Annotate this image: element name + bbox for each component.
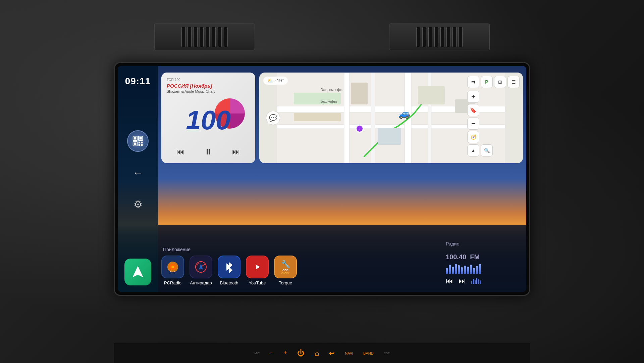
home-button[interactable]: ⌂ bbox=[315, 349, 319, 358]
svg-point-29 bbox=[171, 266, 174, 268]
svg-text:Башнефть: Башнефть bbox=[321, 100, 337, 103]
svg-rect-7 bbox=[141, 142, 143, 143]
map-card[interactable]: Московский пер Газпромнефть Башнефть ⛅ -… bbox=[259, 73, 523, 163]
torque-icon-wrap: 🔧 OBD CHECK bbox=[274, 256, 297, 278]
svg-text:PCR: PCR bbox=[170, 270, 176, 273]
audio-bar bbox=[473, 268, 475, 274]
sidebar-middle: ← ⚙ bbox=[127, 130, 149, 215]
audio-bar bbox=[464, 266, 466, 274]
power-button[interactable]: ⏻ bbox=[297, 349, 305, 358]
svg-rect-39 bbox=[478, 279, 479, 284]
vent-area bbox=[0, 0, 644, 54]
radio-prev-button[interactable]: ⏮ bbox=[446, 277, 453, 285]
radio-next-button[interactable]: ⏭ bbox=[459, 277, 466, 285]
svg-marker-10 bbox=[132, 266, 143, 277]
app-torque[interactable]: 🔧 OBD CHECK Torque bbox=[274, 256, 297, 285]
audio-bar bbox=[458, 265, 460, 274]
minus-button[interactable]: − bbox=[270, 350, 274, 357]
music-card[interactable]: ТОП-100 РОССИЯ [Ноябрь] Shazam & Apple M… bbox=[161, 73, 255, 163]
prev-button[interactable]: ⏮ bbox=[176, 147, 184, 156]
left-sidebar: 09:11 bbox=[118, 66, 158, 292]
apps-grid: PCR PCRadio bbox=[161, 256, 312, 285]
navigation-button[interactable] bbox=[124, 259, 151, 285]
torque-obd-text: OBD bbox=[282, 269, 288, 272]
main-content: ТОП-100 РОССИЯ [Ноябрь] Shazam & Apple M… bbox=[158, 66, 526, 292]
band-button[interactable]: BAND bbox=[363, 351, 374, 355]
pcradio-icon: PCR bbox=[161, 256, 184, 278]
svg-rect-36 bbox=[473, 279, 474, 284]
plus-button[interactable]: + bbox=[283, 350, 287, 357]
navi-button[interactable]: NAVI bbox=[345, 351, 353, 355]
audio-bars bbox=[446, 264, 520, 274]
bluetooth-icon bbox=[223, 261, 235, 273]
grid-icon[interactable]: ⊞ bbox=[494, 76, 506, 88]
svg-rect-37 bbox=[475, 280, 476, 284]
audio-bar bbox=[467, 267, 469, 274]
audio-bar bbox=[461, 267, 463, 274]
layers-icon[interactable]: ☰ bbox=[507, 76, 520, 88]
apps-section: Приложение PCR bbox=[161, 247, 312, 285]
back-hw-button[interactable]: ↩ bbox=[329, 349, 335, 357]
zoom-in-button[interactable]: + bbox=[467, 91, 479, 103]
radio-controls: ⏮ ⏭ bbox=[446, 277, 520, 285]
weather-icon: ⛅ bbox=[267, 78, 273, 83]
settings-button[interactable]: ⚙ bbox=[127, 193, 149, 215]
nav-dot bbox=[356, 125, 364, 133]
app-bluetooth[interactable]: Bluetooth bbox=[218, 256, 240, 285]
pcradio-label: PCRadio bbox=[164, 280, 181, 285]
time-display: 09:11 bbox=[125, 76, 151, 87]
left-vent bbox=[154, 24, 255, 50]
app-pcradio[interactable]: PCR PCRadio bbox=[161, 256, 184, 285]
qr-icon bbox=[132, 135, 144, 147]
compass-icon[interactable]: 🧭 bbox=[467, 131, 479, 143]
music-card-subtitle: РОССИЯ [Ноябрь] bbox=[167, 83, 250, 89]
svg-rect-8 bbox=[139, 144, 140, 146]
bottom-area: Приложение PCR bbox=[158, 225, 526, 292]
music-number: 100 bbox=[186, 107, 230, 134]
audio-bar bbox=[479, 264, 481, 274]
youtube-icon bbox=[251, 260, 264, 274]
parking-icon[interactable]: P bbox=[481, 76, 493, 88]
torque-label: Torque bbox=[279, 280, 292, 285]
zoom-out-button[interactable]: − bbox=[467, 118, 479, 130]
svg-text:Газпромнефть: Газпромнефть bbox=[321, 88, 343, 92]
svg-rect-38 bbox=[476, 278, 477, 284]
svg-rect-35 bbox=[471, 281, 472, 284]
top-cards: ТОП-100 РОССИЯ [Ноябрь] Shazam & Apple M… bbox=[161, 73, 523, 163]
svg-rect-14 bbox=[344, 73, 350, 163]
svg-rect-20 bbox=[351, 83, 368, 104]
dashboard: 09:11 bbox=[0, 0, 644, 363]
next-button[interactable]: ⏭ bbox=[232, 147, 240, 156]
radio-frequency: 100.40 FM bbox=[446, 248, 520, 261]
radio-eq-button[interactable] bbox=[471, 277, 481, 285]
search-map-icon[interactable]: 🔍 bbox=[481, 144, 493, 156]
svg-rect-9 bbox=[141, 144, 143, 146]
app-youtube[interactable]: YouTube bbox=[246, 256, 269, 285]
music-card-tag: ТОП-100 bbox=[167, 78, 250, 82]
hardware-buttons: MIC − + ⏻ ⌂ ↩ NAVI BAND RST bbox=[114, 343, 530, 363]
routing-icon[interactable]: ⇉ bbox=[467, 76, 479, 88]
audio-bar bbox=[470, 265, 472, 274]
pause-button[interactable]: ⏸ bbox=[204, 147, 212, 156]
navigation-icon bbox=[130, 265, 145, 279]
back-button[interactable]: ← bbox=[127, 162, 149, 183]
audio-bar bbox=[476, 266, 478, 274]
bluetooth-icon-wrap bbox=[218, 256, 240, 278]
temperature: -19° bbox=[275, 78, 284, 83]
message-button[interactable]: 💬 bbox=[266, 111, 280, 125]
bluetooth-label: Bluetooth bbox=[220, 280, 238, 285]
screen: 09:11 bbox=[118, 66, 526, 292]
audio-bar bbox=[446, 268, 448, 274]
svg-rect-5 bbox=[134, 143, 136, 145]
bookmark-icon[interactable]: 🔖 bbox=[467, 104, 479, 116]
audio-bar bbox=[449, 265, 451, 274]
radio-section: Радио 100.40 FM ⏮ ⏭ bbox=[446, 241, 520, 285]
svg-rect-22 bbox=[418, 86, 445, 104]
app-antiradar[interactable]: Антирадар bbox=[190, 256, 212, 285]
antiradar-label: Антирадар bbox=[190, 280, 212, 285]
head-unit-bezel: 09:11 bbox=[114, 62, 530, 296]
orient-icon[interactable]: ▲ bbox=[467, 144, 479, 156]
qr-button[interactable] bbox=[127, 130, 149, 152]
car-marker: 🚙 bbox=[398, 108, 410, 119]
audio-bar bbox=[455, 264, 457, 274]
